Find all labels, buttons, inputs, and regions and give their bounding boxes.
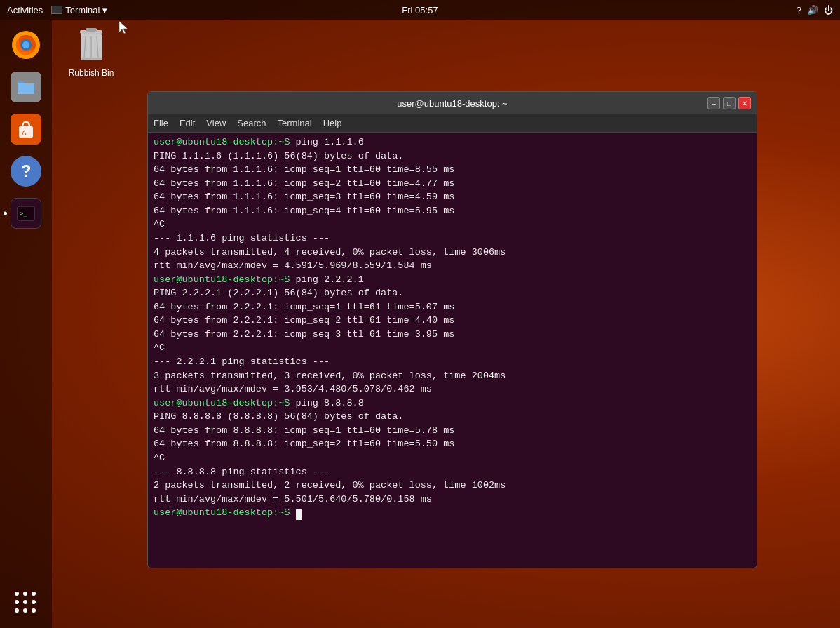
app-grid-button[interactable]: [0, 592, 52, 614]
terminal-menubar: File Edit View Search Terminal Help: [148, 114, 757, 133]
line-12: PING 2.2.2.1 (2.2.2.1) 56(84) bytes of d…: [154, 286, 751, 300]
dock-firefox[interactable]: [8, 27, 44, 63]
terminal-content[interactable]: user@ubuntu18-desktop:~$ ping 1.1.1.6 PI…: [148, 133, 757, 568]
line-24: ^C: [154, 451, 751, 465]
terminal-titlebar: user@ubuntu18-desktop: ~ – □ ✕: [148, 92, 757, 114]
line-19: rtt min/avg/max/mdev = 3.953/4.480/5.078…: [154, 382, 751, 396]
dock-help[interactable]: ?: [8, 153, 44, 189]
dock-terminal[interactable]: >_: [8, 195, 44, 232]
line-22: 64 bytes from 8.8.8.8: icmp_seq=1 ttl=60…: [154, 424, 751, 438]
line-25: --- 8.8.8.8 ping statistics ---: [154, 465, 751, 479]
line-13: 64 bytes from 2.2.2.1: icmp_seq=1 ttl=61…: [154, 300, 751, 314]
line-18: 3 packets transmitted, 3 received, 0% pa…: [154, 369, 751, 383]
active-indicator: [4, 212, 7, 215]
topbar-left: Activities Terminal ▾: [7, 5, 107, 15]
menu-help[interactable]: Help: [323, 118, 342, 128]
power-icon[interactable]: ⏻: [824, 5, 833, 15]
topbar-right: ? 🔊 ⏻: [797, 5, 833, 15]
line-16: ^C: [154, 341, 751, 355]
terminal-dock-icon: >_: [11, 198, 41, 229]
terminal-cursor: [296, 509, 302, 520]
terminal-controls: – □ ✕: [707, 97, 751, 109]
bag-svg: A: [16, 119, 36, 139]
line-21: PING 8.8.8.8 (8.8.8.8) 56(84) bytes of d…: [154, 410, 751, 424]
menu-edit[interactable]: Edit: [179, 118, 195, 128]
terminal-svg: >_: [16, 203, 36, 223]
line-20: user@ubuntu18-desktop:~$ ping 8.8.8.8: [154, 396, 751, 410]
help-icon: ?: [11, 156, 41, 187]
line-2: PING 1.1.1.6 (1.1.1.6) 56(84) bytes of d…: [154, 149, 751, 163]
line-26: 2 packets transmitted, 2 received, 0% pa…: [154, 479, 751, 493]
desktop: Activities Terminal ▾ Fri 05:57 ? 🔊 ⏻: [0, 0, 840, 628]
terminal-app-icon: [51, 6, 62, 14]
menu-terminal[interactable]: Terminal: [278, 118, 312, 128]
line-3: 64 bytes from 1.1.1.6: icmp_seq=1 ttl=60…: [154, 163, 751, 177]
line-4: 64 bytes from 1.1.1.6: icmp_seq=2 ttl=60…: [154, 177, 751, 191]
files-icon: [11, 72, 41, 102]
minimize-button[interactable]: –: [707, 97, 720, 109]
topbar-app-menu[interactable]: Terminal ▾: [51, 5, 107, 15]
volume-icon[interactable]: 🔊: [807, 5, 818, 15]
line-8: --- 1.1.1.6 ping statistics ---: [154, 232, 751, 246]
svg-text:A: A: [22, 129, 27, 136]
line-10: rtt min/avg/max/mdev = 4.591/5.969/8.559…: [154, 259, 751, 273]
topbar: Activities Terminal ▾ Fri 05:57 ? 🔊 ⏻: [0, 0, 840, 20]
line-9: 4 packets transmitted, 4 received, 0% pa…: [154, 246, 751, 260]
menu-view[interactable]: View: [206, 118, 226, 128]
rubbish-bin-image: [73, 25, 109, 67]
dock: A ? >_: [0, 20, 52, 628]
svg-rect-9: [86, 28, 97, 32]
line-23: 64 bytes from 8.8.8.8: icmp_seq=2 ttl=60…: [154, 437, 751, 451]
dock-files[interactable]: [8, 69, 44, 105]
line-27: rtt min/avg/max/mdev = 5.501/5.640/5.780…: [154, 493, 751, 507]
line-5: 64 bytes from 1.1.1.6: icmp_seq=3 ttl=60…: [154, 190, 751, 204]
line-14: 64 bytes from 2.2.2.1: icmp_seq=2 ttl=61…: [154, 314, 751, 328]
line-6: 64 bytes from 1.1.1.6: icmp_seq=4 ttl=60…: [154, 204, 751, 218]
folder-svg: [16, 77, 36, 97]
svg-marker-15: [119, 21, 128, 34]
menu-file[interactable]: File: [154, 118, 168, 128]
terminal-window: user@ubuntu18-desktop: ~ – □ ✕ File Edit…: [147, 91, 757, 568]
terminal-title: user@ubuntu18-desktop: ~: [397, 98, 507, 109]
close-button[interactable]: ✕: [738, 97, 751, 109]
activities-button[interactable]: Activities: [7, 5, 43, 15]
software-center-icon: A: [11, 114, 41, 145]
notification-icon[interactable]: ?: [797, 5, 801, 15]
firefox-icon: [11, 29, 41, 60]
topbar-app-arrow: ▾: [102, 5, 107, 15]
line-7: ^C: [154, 218, 751, 232]
rubbish-bin-label: Rubbish Bin: [69, 68, 114, 78]
topbar-app-name: Terminal: [65, 5, 100, 15]
menu-search[interactable]: Search: [237, 118, 266, 128]
dock-software[interactable]: A: [8, 111, 44, 147]
line-11: user@ubuntu18-desktop:~$ ping 2.2.2.1: [154, 273, 751, 287]
line-15: 64 bytes from 2.2.2.1: icmp_seq=3 ttl=61…: [154, 328, 751, 342]
trash-bin-svg: [76, 27, 107, 64]
line-1: user@ubuntu18-desktop:~$ ping 1.1.1.6: [154, 135, 751, 149]
line-28: user@ubuntu18-desktop:~$: [154, 506, 751, 520]
svg-text:>_: >_: [20, 210, 27, 217]
svg-rect-14: [81, 58, 102, 60]
line-17: --- 2.2.2.1 ping statistics ---: [154, 355, 751, 369]
rubbish-bin-desktop-icon[interactable]: Rubbish Bin: [63, 25, 119, 78]
maximize-button[interactable]: □: [723, 97, 736, 109]
svg-point-3: [22, 41, 29, 48]
topbar-clock: Fri 05:57: [402, 5, 438, 15]
mouse-cursor: [119, 21, 128, 34]
